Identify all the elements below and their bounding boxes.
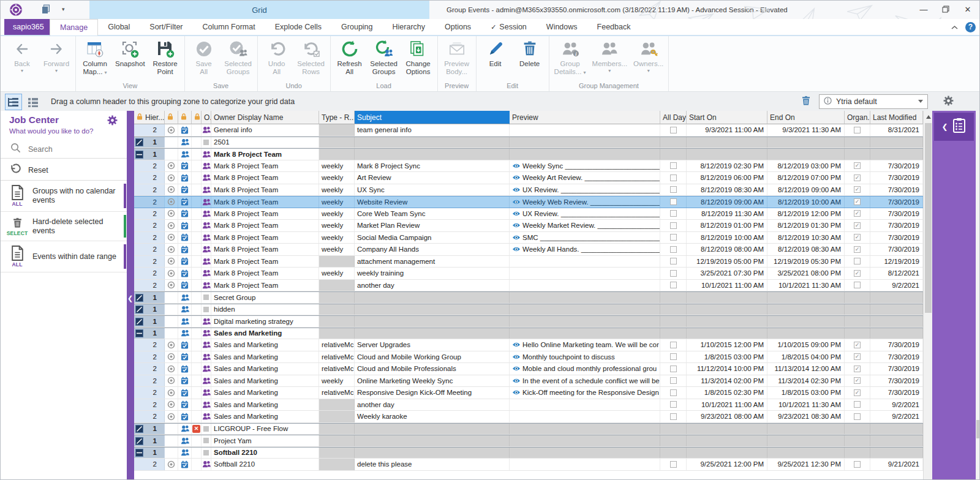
grid-view-list-icon[interactable] (24, 94, 42, 110)
table-row[interactable]: 1Digital marketing strategy (134, 315, 923, 328)
selected-groups-button[interactable]: SelectedGroups (367, 36, 401, 76)
snapshot-button[interactable]: Snapshot (112, 36, 148, 68)
column-header-lock-2[interactable] (178, 111, 192, 124)
search-input[interactable] (27, 144, 115, 154)
tab-hierarchy[interactable]: Hierarchy (383, 19, 435, 35)
table-row[interactable]: 1Project Yam (134, 435, 923, 447)
job-queue-button[interactable]: ❮ (934, 113, 974, 141)
unchecked-checkbox[interactable] (854, 413, 861, 420)
sapio365-logo-icon[interactable] (9, 3, 23, 19)
window-copy-icon[interactable] (41, 4, 51, 17)
job-item-groups-with-no-calendar-events[interactable]: ALLGroups with no calendar events (1, 181, 127, 212)
unchecked-checkbox[interactable] (854, 282, 861, 288)
reset-button[interactable]: Reset (1, 160, 127, 181)
table-row[interactable]: 1✕LICGROUP - Free Flow (134, 423, 923, 435)
unchecked-checkbox[interactable] (670, 198, 677, 205)
unchecked-checkbox[interactable] (670, 222, 677, 229)
column-header-preview[interactable]: Preview (510, 111, 660, 124)
tab-explode-cells[interactable]: Explode Cells (265, 19, 331, 35)
checked-checkbox[interactable]: ✓ (854, 174, 861, 181)
checked-checkbox[interactable]: ✓ (854, 186, 861, 193)
table-row[interactable]: 1Mark 8 Project Team (134, 148, 923, 160)
checked-checkbox[interactable]: ✓ (854, 234, 861, 241)
unchecked-checkbox[interactable] (854, 127, 861, 133)
table-row[interactable]: 2Mark 8 Project TeamweeklyCompany All Ha… (134, 244, 923, 256)
tab-manage[interactable]: Manage (50, 19, 98, 36)
excluded-group-icon[interactable] (135, 425, 143, 433)
unchecked-checkbox[interactable] (670, 461, 677, 468)
excluded-group-icon[interactable] (135, 138, 143, 146)
view-selector-dropdown[interactable]: Ytria default (819, 94, 928, 109)
table-row[interactable]: 2Sales and MarketingrelativeMcCloud and … (134, 363, 923, 375)
change-options-button[interactable]: ChangeOptions (401, 36, 435, 76)
unchecked-checkbox[interactable] (854, 258, 861, 264)
unchecked-checkbox[interactable] (670, 401, 677, 408)
column-header-type-r[interactable]: Type - R... (319, 111, 355, 124)
tab-global[interactable]: Global (98, 19, 140, 35)
tab-windows[interactable]: Windows (537, 19, 587, 35)
table-row[interactable]: 2Mark 8 Project TeamweeklyArt ReviewWeek… (134, 172, 923, 184)
collapse-group-icon[interactable] (135, 151, 143, 159)
column-header-hier[interactable]: Hier... (134, 111, 165, 124)
tab-feedback[interactable]: Feedback (587, 19, 641, 35)
help-icon[interactable]: ? (965, 22, 976, 32)
quick-access-caret-icon[interactable]: ▾ (62, 6, 65, 12)
column-header-end-on[interactable]: End On (767, 111, 845, 124)
checked-checkbox[interactable]: ✓ (854, 162, 861, 169)
table-row[interactable]: 2Sales and MarketingrelativeMcCloud and … (134, 351, 923, 364)
grid-view-tree-icon[interactable] (5, 94, 22, 110)
unchecked-checkbox[interactable] (670, 174, 677, 181)
delete-view-icon[interactable] (801, 95, 812, 110)
excluded-group-icon[interactable] (135, 306, 143, 313)
table-row[interactable]: 2Sales and MarketingWeekly karaoke9/23/2… (134, 411, 923, 423)
table-row[interactable]: 2Mark 8 Project TeamweeklyMark 8 Project… (134, 160, 923, 173)
restore-point-button[interactable]: RestorePoint (148, 36, 183, 76)
context-tab-grid[interactable]: Grid (89, 1, 429, 19)
column-header-lock-3[interactable] (192, 111, 202, 124)
table-row[interactable]: 2Mark 8 Project Teamweeklyweekly trainin… (134, 268, 923, 280)
table-row[interactable]: 2Sales and MarketingweeklyOnline Marketi… (134, 375, 923, 388)
unchecked-checkbox[interactable] (854, 401, 861, 408)
table-row[interactable]: 2Mark 8 Project Teamanother day10/1/2021… (134, 280, 923, 292)
unchecked-checkbox[interactable] (670, 282, 677, 288)
table-row[interactable]: 2Mark 8 Project TeamweeklySocial Media C… (134, 232, 923, 244)
checked-checkbox[interactable]: ✓ (854, 210, 861, 217)
column-header-subject[interactable]: Subject (355, 111, 510, 124)
grid-settings-gear-icon[interactable] (943, 95, 954, 109)
checked-checkbox[interactable]: ✓ (854, 246, 861, 253)
table-row[interactable]: 2Mark 8 Project Teamattachment managemen… (134, 256, 923, 268)
refresh-all-button[interactable]: RefreshAll (333, 36, 367, 76)
checked-checkbox[interactable]: ✓ (854, 389, 861, 396)
scrollbar-thumb[interactable] (925, 123, 932, 313)
column-header-organ[interactable]: Organ... (845, 111, 870, 124)
excluded-group-icon[interactable] (135, 437, 143, 445)
tab-session[interactable]: ✓Session (481, 19, 537, 35)
job-item-hard-delete-selected-events[interactable]: SELECTHard-delete selected events (1, 212, 127, 241)
unchecked-checkbox[interactable] (670, 366, 677, 372)
unchecked-checkbox[interactable] (670, 234, 677, 241)
unchecked-checkbox[interactable] (670, 353, 677, 360)
checked-checkbox[interactable]: ✓ (854, 270, 861, 277)
table-row[interactable]: 1Secret Group (134, 291, 923, 304)
tab-column-format[interactable]: Column Format (193, 19, 265, 35)
table-row[interactable]: 2Mark 8 Project TeamweeklyUX SyncUX Revi… (134, 184, 923, 197)
table-row[interactable]: 1Softball 2210 (134, 447, 923, 459)
excluded-group-icon[interactable] (135, 318, 143, 326)
table-row[interactable]: 2Mark 8 Project TeamweeklyCore Web Team … (134, 208, 923, 220)
unchecked-checkbox[interactable] (670, 127, 677, 133)
tab-options[interactable]: Options (435, 19, 481, 35)
unchecked-checkbox[interactable] (670, 210, 677, 217)
table-row[interactable]: 2General infoteam general info9/3/2021 1… (134, 124, 923, 137)
column-header-all-day[interactable]: All Day (660, 111, 687, 124)
unchecked-checkbox[interactable] (670, 258, 677, 264)
collapse-group-icon[interactable] (135, 449, 143, 457)
tab-grouping[interactable]: Grouping (331, 19, 382, 35)
unchecked-checkbox[interactable] (670, 270, 677, 277)
table-row[interactable]: 2Mark 8 Project TeamweeklyWebsite Review… (134, 196, 923, 208)
checked-checkbox[interactable]: ✓ (854, 366, 861, 372)
checked-checkbox[interactable]: ✓ (854, 342, 861, 348)
column-header-o[interactable]: O.. (202, 111, 211, 124)
restore-button[interactable] (939, 2, 952, 16)
collapse-ribbon-icon[interactable] (951, 21, 958, 32)
table-row[interactable]: 12501 (134, 137, 923, 149)
